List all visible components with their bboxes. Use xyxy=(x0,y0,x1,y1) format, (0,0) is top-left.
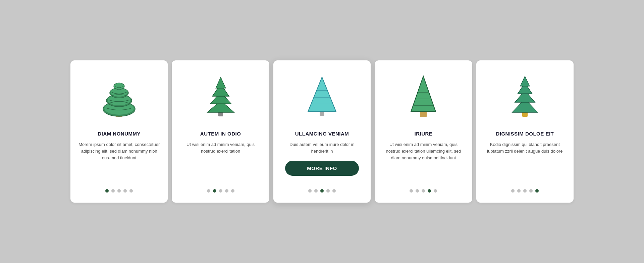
tree-icon-3 xyxy=(302,70,342,124)
svg-marker-48 xyxy=(520,76,530,86)
card-5-title: DIGNISSIM DOLOE EIT xyxy=(496,131,554,137)
dot xyxy=(422,189,425,193)
dot xyxy=(416,189,419,193)
dot xyxy=(129,189,133,193)
dot xyxy=(207,189,210,193)
tree-icon-4 xyxy=(403,70,443,124)
cards-container: DIAM NONUMMY Morem ipsum dolor sit amet,… xyxy=(70,60,574,203)
tree-icon-1 xyxy=(99,70,139,124)
svg-marker-22 xyxy=(216,77,226,88)
card-2-title: AUTEM IN ODIO xyxy=(200,131,241,137)
dot xyxy=(320,189,324,193)
card-5-dots xyxy=(511,189,539,195)
dot xyxy=(117,189,121,193)
card-3: ULLAMCING VENIAM Duis autem vel eum iriu… xyxy=(273,60,371,203)
card-1-dots xyxy=(105,189,133,195)
card-4-title: IRIURE xyxy=(415,131,433,137)
dot xyxy=(434,189,437,193)
card-5: DIGNISSIM DOLOE EIT Kodio dignissim qui … xyxy=(476,60,574,203)
svg-rect-31 xyxy=(420,112,427,117)
dot xyxy=(231,189,234,193)
dot xyxy=(213,189,216,193)
dot xyxy=(219,189,222,193)
dot xyxy=(410,189,413,193)
dot xyxy=(517,189,521,193)
card-3-text: Duis autem vel eum iriure dolor in hendr… xyxy=(281,141,363,155)
card-2-dots xyxy=(207,189,234,195)
card-1-title: DIAM NONUMMY xyxy=(98,131,141,137)
card-5-text: Kodio dignissim qui blandit praesent lup… xyxy=(484,141,566,183)
dot xyxy=(326,189,330,193)
tree-icon-5 xyxy=(505,70,545,124)
card-4: IRIURE Ut wisi enim ad minim veniam, qui… xyxy=(375,60,472,203)
dot xyxy=(428,189,431,193)
card-3-title: ULLAMCING VENIAM xyxy=(295,131,349,137)
tree-icon-2 xyxy=(201,70,241,124)
dot xyxy=(511,189,515,193)
card-1: DIAM NONUMMY Morem ipsum dolor sit amet,… xyxy=(70,60,168,203)
dot xyxy=(314,189,318,193)
card-4-text: Ut wisi enim ad minim veniam, quis nostr… xyxy=(383,141,464,183)
dot xyxy=(225,189,228,193)
more-info-button[interactable]: MORE INFO xyxy=(285,161,359,176)
dot xyxy=(111,189,115,193)
svg-marker-26 xyxy=(309,77,335,111)
dot xyxy=(105,189,109,193)
svg-rect-24 xyxy=(320,112,324,116)
card-2-text: Ut wisi enim ad minim veniam, quis nostr… xyxy=(180,141,261,183)
card-2: AUTEM IN ODIO Ut wisi enim ad minim veni… xyxy=(172,60,269,203)
card-1-text: Morem ipsum dolor sit amet, consectetuer… xyxy=(78,141,160,183)
dot xyxy=(523,189,527,193)
dot xyxy=(535,189,539,193)
card-3-dots xyxy=(308,189,336,195)
card-4-dots xyxy=(410,189,437,195)
dot xyxy=(332,189,336,193)
dot xyxy=(308,189,312,193)
dot xyxy=(529,189,533,193)
dot xyxy=(123,189,127,193)
